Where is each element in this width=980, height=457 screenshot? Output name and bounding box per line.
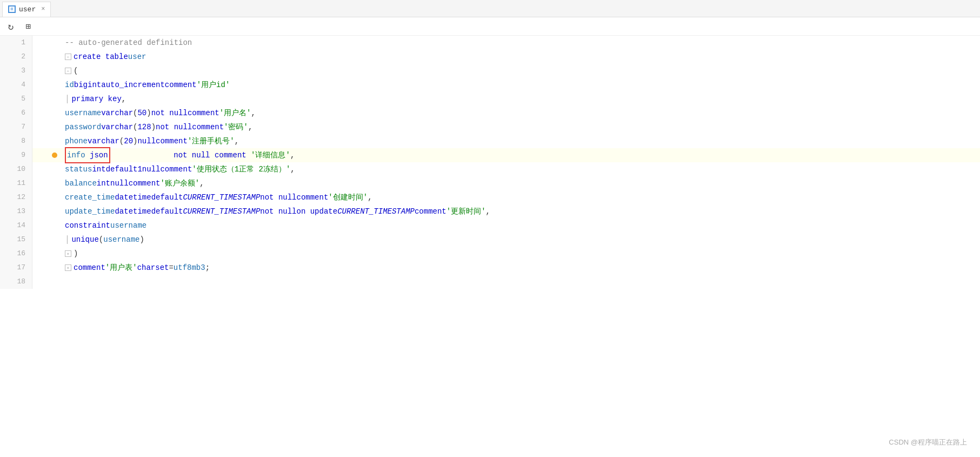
token-fold: − (65, 68, 71, 74)
token-kw: not null (260, 190, 296, 204)
token-kw: not null (151, 106, 188, 120)
line-number-2: 2 (0, 50, 32, 64)
token-punct: ( (74, 64, 78, 78)
token-field: status (65, 162, 92, 176)
token-kw: default (151, 204, 183, 218)
token-punct: ) (146, 106, 151, 120)
token-kw: varchar (101, 120, 133, 134)
token-kw: comment (297, 190, 329, 204)
token-punct: , (290, 162, 295, 176)
token-field: update_time (65, 204, 115, 218)
token-fold-line: │ (65, 92, 69, 106)
token-punct: ( (119, 134, 124, 148)
line-number-9: 9 (0, 148, 32, 162)
token-kw: unique (71, 233, 98, 247)
refresh-button[interactable]: ↻ (4, 20, 17, 33)
token-number: 128 (137, 120, 151, 134)
token-kw-italic: CURRENT_TIMESTAMP (337, 204, 415, 218)
token-string: '使用状态（1正常 2冻结）' (192, 162, 290, 176)
code-line-14: constraint username (32, 218, 980, 233)
code-line-11: balance int null comment '账户余额', (32, 176, 980, 190)
line-number-3: 3 (0, 64, 32, 78)
line-number-6: 6 (0, 106, 32, 120)
token-kw: null (142, 162, 161, 176)
token-field: create_time (65, 190, 115, 204)
token-kw: charset (137, 261, 169, 275)
token-fold-line: │ (65, 233, 69, 247)
code-line-7: password varchar(128) not null comment '… (32, 120, 980, 134)
token-kw: on update (297, 204, 338, 218)
watermark: CSDN @程序喵正在路上 (889, 438, 967, 447)
error-box: info json (65, 147, 110, 163)
token-punct: , (251, 106, 256, 120)
token-field: balance (65, 176, 97, 190)
line-number-5: 5 (0, 92, 32, 106)
token-field: utf8mb3 (174, 261, 205, 275)
token-punct: ( (133, 106, 137, 120)
token-punct: , (248, 120, 252, 134)
token-kw: comment (129, 176, 161, 190)
token-field: password (65, 120, 101, 134)
token-kw: int (97, 176, 110, 190)
token-punct: ; (205, 261, 210, 275)
token-string: '用户名' (219, 106, 251, 120)
token-field: user (128, 50, 146, 64)
token-comment: -- auto-generated definition (65, 36, 192, 50)
tab-user[interactable]: ⊞ user × (2, 2, 51, 17)
line-number-1: 1 (0, 36, 32, 50)
token-kw: comment (160, 162, 192, 176)
token-kw-italic: CURRENT_TIMESTAMP (183, 190, 260, 204)
token-fold: + (65, 250, 71, 257)
code-line-12: create_time datetime default CURRENT_TIM… (32, 190, 980, 204)
token-kw: comment (74, 261, 105, 275)
code-line-10: status int default 1 null comment '使用状态（… (32, 162, 980, 176)
line-numbers: 123456789101112131415161718 (0, 36, 32, 289)
code-line-15: │ unique (username) (32, 233, 980, 247)
token-string: '注册手机号' (188, 134, 235, 148)
token-punct: ( (99, 233, 103, 247)
token-punct: , (199, 176, 204, 190)
code-line-17: + comment '用户表' charset = utf8mb3; (32, 261, 980, 275)
code-content[interactable]: -- auto-generated definition−create tabl… (32, 36, 980, 289)
token-field: id (65, 78, 74, 92)
token-kw: null (110, 176, 129, 190)
token-string: '密码' (224, 120, 248, 134)
token-kw: bigint (74, 78, 101, 92)
token-kw: comment (188, 106, 219, 120)
token-kw: datetime (115, 204, 151, 218)
token-kw: default (106, 162, 138, 176)
code-line-13: update_time datetime default CURRENT_TIM… (32, 204, 980, 218)
token-kw: comment (192, 120, 224, 134)
token-punct: , (122, 92, 126, 106)
line-number-16: 16 (0, 247, 32, 261)
code-line-4: id bigint auto_increment comment '用户id' (32, 78, 980, 92)
token-punct: ) (133, 134, 137, 148)
code-line-6: username varchar(50) not null comment '用… (32, 106, 980, 120)
token-number: 20 (124, 134, 133, 148)
line-number-12: 12 (0, 190, 32, 204)
line-number-7: 7 (0, 120, 32, 134)
token-string: '更新时间' (446, 204, 486, 218)
token-field: phone (65, 134, 88, 148)
tab-bar: ⊞ user × (0, 0, 980, 17)
code-line-1: -- auto-generated definition (32, 36, 980, 50)
code-line-18 (32, 275, 980, 289)
error-indicator (52, 153, 57, 158)
code-line-9: info json not null comment '详细信息', (32, 148, 980, 162)
token-fold: + (65, 264, 71, 271)
token-number: 1 (137, 162, 142, 176)
toolbar: ↻ ⊞ (0, 17, 980, 36)
token-kw-italic: CURRENT_TIMESTAMP (183, 204, 260, 218)
token-string: '创建时间' (328, 190, 368, 204)
table-view-button[interactable]: ⊞ (22, 20, 35, 33)
token-text: = (169, 261, 173, 275)
token-kw: null (137, 134, 156, 148)
token-kw: datetime (115, 190, 151, 204)
line-number-10: 10 (0, 162, 32, 176)
token-kw: constraint (65, 218, 110, 233)
token-punct: , (486, 204, 490, 218)
tab-close-button[interactable]: × (41, 5, 45, 13)
token-string: '用户表' (105, 261, 137, 275)
token-kw: comment (156, 134, 188, 148)
code-line-3: −( (32, 64, 980, 78)
